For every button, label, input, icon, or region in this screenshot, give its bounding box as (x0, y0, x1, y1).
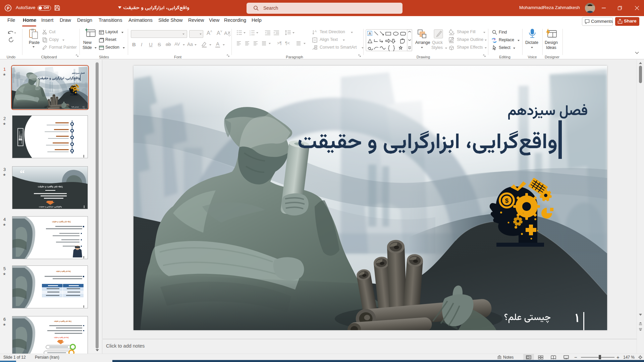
svg-text:“: “ (20, 168, 25, 179)
svg-text:c: c (494, 41, 496, 43)
svg-text:A: A (369, 32, 371, 36)
